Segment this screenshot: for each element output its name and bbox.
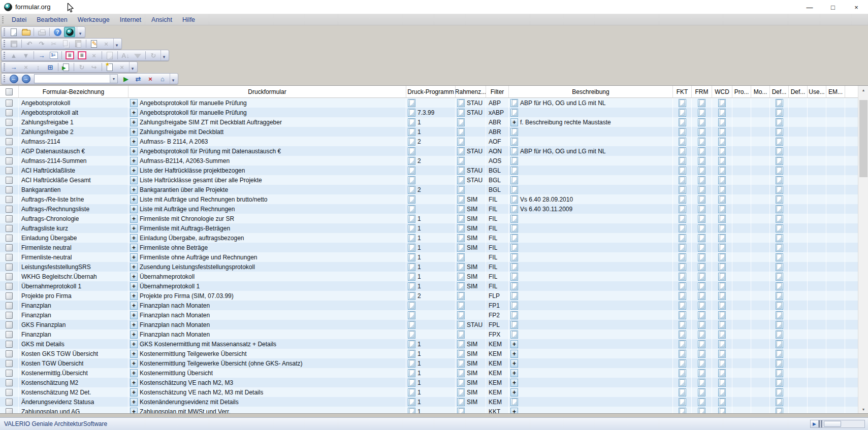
expand-button[interactable]: + bbox=[130, 263, 138, 271]
druck-programm-doc-icon[interactable] bbox=[408, 215, 415, 223]
toolbar-grip[interactable] bbox=[4, 52, 5, 59]
druck-programm-doc-icon[interactable] bbox=[408, 302, 415, 310]
toolbar-options-chevron[interactable]: ▾ bbox=[77, 27, 83, 37]
table-row[interactable]: Auftragsliste kurz+Firmenliste mit Auftr… bbox=[0, 223, 858, 233]
wcd-doc-icon[interactable] bbox=[718, 234, 726, 242]
beschreibung-doc-icon[interactable] bbox=[510, 176, 518, 184]
fkt-doc-icon[interactable] bbox=[679, 205, 686, 213]
frm-doc-icon[interactable] bbox=[698, 379, 705, 387]
table-row[interactable]: Kosten TGW Übersicht+Kostenermittlung Te… bbox=[0, 358, 858, 368]
wcd-doc-icon[interactable] bbox=[718, 408, 726, 414]
rahmenz-doc-icon[interactable] bbox=[457, 195, 465, 204]
druck-programm-doc-icon[interactable] bbox=[408, 273, 415, 281]
expand-button[interactable]: + bbox=[130, 109, 138, 117]
menu-internet[interactable]: Internet bbox=[115, 15, 146, 24]
druck-programm-doc-icon[interactable] bbox=[408, 311, 415, 319]
fkt-doc-icon[interactable] bbox=[679, 359, 686, 368]
wcd-doc-icon[interactable] bbox=[718, 109, 726, 117]
expand-button[interactable]: + bbox=[130, 195, 138, 204]
def1-doc-icon[interactable] bbox=[776, 340, 783, 348]
druck-programm-doc-icon[interactable] bbox=[408, 147, 415, 155]
fkt-doc-icon[interactable] bbox=[679, 195, 686, 204]
druck-programm-doc-icon[interactable] bbox=[408, 118, 415, 126]
beschreibung-doc-icon[interactable] bbox=[510, 253, 518, 261]
table-row[interactable]: ACI Haftrücklaßliste+Liste der Haftrückl… bbox=[0, 166, 858, 175]
toolbar-options-chevron[interactable]: ▾ bbox=[170, 74, 176, 84]
frm-doc-icon[interactable] bbox=[698, 369, 705, 377]
row-checkbox[interactable] bbox=[6, 254, 13, 261]
druck-programm-doc-icon[interactable] bbox=[408, 398, 415, 406]
horizontal-scrollbar[interactable]: ▶ bbox=[810, 420, 865, 428]
fkt-doc-icon[interactable] bbox=[679, 263, 686, 271]
expand-button[interactable]: + bbox=[130, 379, 138, 387]
beschreibung-doc-icon[interactable] bbox=[510, 215, 518, 223]
fkt-doc-icon[interactable] bbox=[679, 109, 686, 117]
wcd-doc-icon[interactable] bbox=[718, 330, 726, 339]
row-checkbox[interactable] bbox=[6, 225, 13, 232]
run-report-button[interactable] bbox=[60, 62, 72, 72]
paste-button[interactable] bbox=[73, 39, 84, 49]
beschreibung-doc-icon[interactable] bbox=[510, 224, 518, 233]
table-row[interactable]: Aufmass-2114-Summen+Aufmass-B2114, A2063… bbox=[0, 156, 858, 166]
rahmenz-doc-icon[interactable] bbox=[457, 282, 465, 290]
druck-programm-doc-icon[interactable] bbox=[408, 176, 415, 184]
frm-doc-icon[interactable] bbox=[698, 330, 705, 339]
cut-button[interactable]: ✂ bbox=[48, 39, 59, 49]
def1-doc-icon[interactable] bbox=[776, 311, 783, 319]
remove-item-button[interactable]: × bbox=[116, 62, 127, 72]
expand-button[interactable]: + bbox=[130, 273, 138, 281]
frm-doc-icon[interactable] bbox=[698, 147, 705, 155]
wcd-doc-icon[interactable] bbox=[718, 340, 726, 348]
frm-doc-icon[interactable] bbox=[698, 157, 705, 165]
table-row[interactable]: Kostenermittlg.Übersicht+Kostenermittlun… bbox=[0, 368, 858, 378]
def1-doc-icon[interactable] bbox=[776, 186, 783, 194]
frm-doc-icon[interactable] bbox=[698, 253, 705, 261]
app-logo-button[interactable] bbox=[64, 27, 75, 37]
back-button[interactable] bbox=[8, 74, 19, 84]
beschreibung-doc-icon[interactable] bbox=[510, 234, 518, 242]
table-row[interactable]: AGP Datenaustausch €+Angebotsprotokoll f… bbox=[0, 146, 858, 156]
table-row[interactable]: Kostenschätzung M2 Det.+Kostenschätzung … bbox=[0, 387, 858, 397]
table-row[interactable]: Zahlungsfreigabe 2+Zahlungsfreigabe mit … bbox=[0, 127, 858, 137]
rahmenz-doc-icon[interactable] bbox=[457, 302, 465, 310]
druck-programm-doc-icon[interactable] bbox=[408, 224, 415, 233]
beschreibung-doc-icon[interactable] bbox=[510, 292, 518, 300]
scroll-down-button[interactable]: ▾ bbox=[858, 405, 868, 414]
fkt-doc-icon[interactable] bbox=[679, 340, 686, 348]
druck-programm-doc-icon[interactable] bbox=[408, 408, 415, 414]
row-checkbox[interactable] bbox=[6, 206, 13, 213]
fkt-doc-icon[interactable] bbox=[679, 369, 686, 377]
fkt-doc-icon[interactable] bbox=[679, 186, 686, 194]
table-row[interactable]: Auftrags-Chronologie+Firmenliste mit Chr… bbox=[0, 214, 858, 223]
beschreibung-plus-icon[interactable]: + bbox=[510, 350, 518, 358]
expand-button[interactable]: + bbox=[130, 311, 138, 319]
expand-button[interactable]: + bbox=[130, 244, 138, 252]
wcd-doc-icon[interactable] bbox=[718, 186, 726, 194]
rahmenz-doc-icon[interactable] bbox=[457, 340, 465, 348]
expand-button[interactable]: + bbox=[130, 215, 138, 223]
row-checkbox[interactable] bbox=[6, 389, 13, 396]
frm-doc-icon[interactable] bbox=[698, 128, 705, 136]
rahmenz-doc-icon[interactable] bbox=[457, 234, 465, 242]
expand-button[interactable]: + bbox=[130, 128, 138, 136]
druck-programm-doc-icon[interactable] bbox=[408, 350, 415, 358]
beschreibung-plus-icon[interactable]: + bbox=[510, 379, 518, 387]
row-checkbox[interactable] bbox=[6, 215, 13, 222]
toolbar-options-chevron[interactable]: ▾ bbox=[113, 39, 120, 49]
sync-button[interactable]: ↻ bbox=[76, 62, 87, 72]
def1-doc-icon[interactable] bbox=[776, 244, 783, 252]
tree-button[interactable]: ⊞ bbox=[45, 62, 56, 72]
frm-doc-icon[interactable] bbox=[698, 408, 705, 414]
def1-doc-icon[interactable] bbox=[776, 369, 783, 377]
rahmenz-doc-icon[interactable] bbox=[457, 138, 465, 146]
wcd-doc-icon[interactable] bbox=[718, 263, 726, 271]
druck-programm-doc-icon[interactable] bbox=[408, 369, 415, 377]
druck-programm-doc-icon[interactable] bbox=[408, 234, 415, 242]
row-checkbox[interactable] bbox=[6, 321, 13, 328]
wcd-doc-icon[interactable] bbox=[718, 273, 726, 281]
row-checkbox[interactable] bbox=[6, 109, 13, 116]
expand-button[interactable]: + bbox=[130, 253, 138, 261]
frm-doc-icon[interactable] bbox=[698, 359, 705, 368]
table-row[interactable]: GKS Finanzplan+Finanzplan nach MonatenST… bbox=[0, 320, 858, 329]
frm-doc-icon[interactable] bbox=[698, 340, 705, 348]
